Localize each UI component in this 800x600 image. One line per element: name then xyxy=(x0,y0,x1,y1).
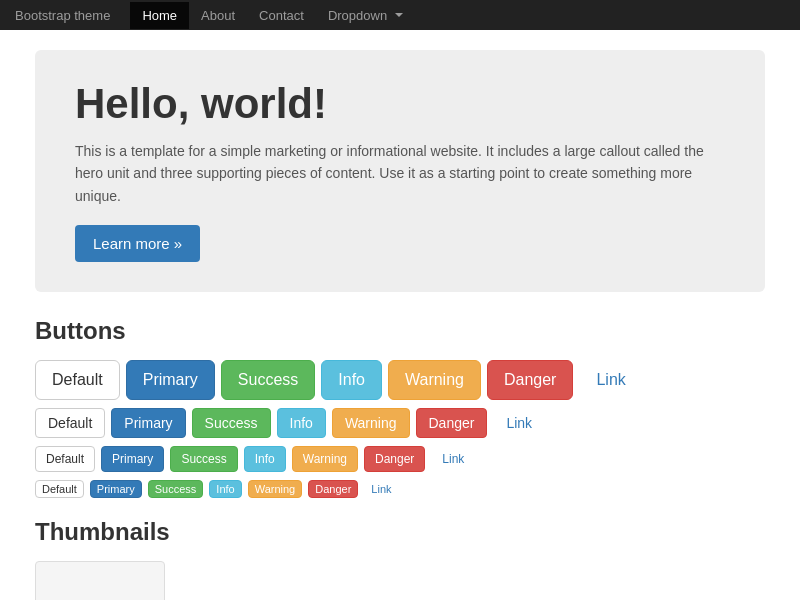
btn-warning-md[interactable]: Warning xyxy=(332,408,410,438)
btn-info-lg[interactable]: Info xyxy=(321,360,382,400)
nav-item-dropdown[interactable]: Dropdown xyxy=(316,2,415,29)
btn-success-sm[interactable]: Success xyxy=(170,446,237,472)
btn-info-md[interactable]: Info xyxy=(277,408,326,438)
button-row-md: Default Primary Success Info Warning Dan… xyxy=(35,408,765,438)
button-row-lg: Default Primary Success Info Warning Dan… xyxy=(35,360,765,400)
nav-item-home[interactable]: Home xyxy=(130,2,189,29)
nav-items: Home About Contact Dropdown xyxy=(130,2,414,29)
btn-danger-lg[interactable]: Danger xyxy=(487,360,573,400)
btn-primary-md[interactable]: Primary xyxy=(111,408,185,438)
thumbnails-section-title: Thumbnails xyxy=(35,518,765,546)
nav-item-about[interactable]: About xyxy=(189,2,247,29)
btn-link-xs[interactable]: Link xyxy=(364,480,398,498)
btn-primary-lg[interactable]: Primary xyxy=(126,360,215,400)
btn-link-sm[interactable]: Link xyxy=(431,446,475,472)
btn-primary-xs[interactable]: Primary xyxy=(90,480,142,498)
btn-link-md[interactable]: Link xyxy=(493,408,545,438)
dropdown-caret-icon xyxy=(395,13,403,17)
btn-info-xs[interactable]: Info xyxy=(209,480,241,498)
btn-danger-xs[interactable]: Danger xyxy=(308,480,358,498)
btn-success-xs[interactable]: Success xyxy=(148,480,204,498)
btn-default-sm[interactable]: Default xyxy=(35,446,95,472)
hero-unit: Hello, world! This is a template for a s… xyxy=(35,50,765,292)
button-row-xs: Default Primary Success Info Warning Dan… xyxy=(35,480,765,498)
hero-title: Hello, world! xyxy=(75,80,725,128)
btn-primary-sm[interactable]: Primary xyxy=(101,446,164,472)
main-content: Hello, world! This is a template for a s… xyxy=(20,30,780,600)
button-row-sm: Default Primary Success Info Warning Dan… xyxy=(35,446,765,472)
navbar: Bootstrap theme Home About Contact Dropd… xyxy=(0,0,800,30)
hero-description: This is a template for a simple marketin… xyxy=(75,140,725,207)
navbar-brand[interactable]: Bootstrap theme xyxy=(15,8,110,23)
btn-default-md[interactable]: Default xyxy=(35,408,105,438)
btn-danger-md[interactable]: Danger xyxy=(416,408,488,438)
btn-default-lg[interactable]: Default xyxy=(35,360,120,400)
btn-warning-lg[interactable]: Warning xyxy=(388,360,481,400)
thumbnails-section: Thumbnails 200x200 xyxy=(35,518,765,600)
buttons-section-title: Buttons xyxy=(35,317,765,345)
learn-more-button[interactable]: Learn more » xyxy=(75,225,200,262)
btn-default-xs[interactable]: Default xyxy=(35,480,84,498)
btn-success-lg[interactable]: Success xyxy=(221,360,315,400)
btn-link-lg[interactable]: Link xyxy=(579,360,642,400)
btn-info-sm[interactable]: Info xyxy=(244,446,286,472)
btn-success-md[interactable]: Success xyxy=(192,408,271,438)
btn-warning-sm[interactable]: Warning xyxy=(292,446,358,472)
btn-warning-xs[interactable]: Warning xyxy=(248,480,303,498)
nav-item-contact[interactable]: Contact xyxy=(247,2,316,29)
thumbnail-item[interactable]: 200x200 xyxy=(35,561,165,600)
buttons-section: Buttons Default Primary Success Info War… xyxy=(35,317,765,498)
btn-danger-sm[interactable]: Danger xyxy=(364,446,425,472)
